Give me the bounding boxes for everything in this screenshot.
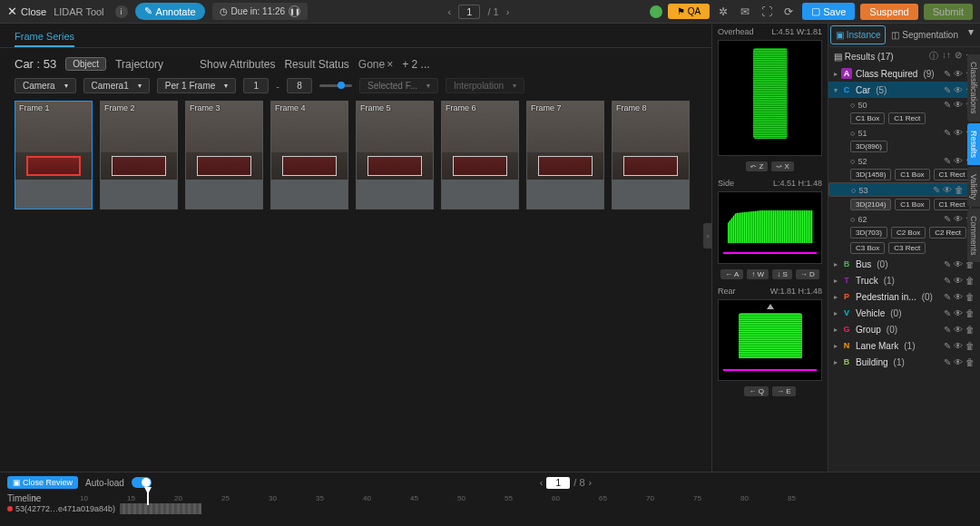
class-row-building[interactable]: ▸BBuilding(1)✎👁🗑 [828,354,980,370]
side-tab-validity[interactable]: Validity [967,167,980,207]
show-attributes-button[interactable]: Show Attributes [200,58,275,71]
instance-51[interactable]: ○ 51✎👁🗑 [828,126,980,139]
pager-current[interactable]: 1 [458,5,480,19]
key-z-button[interactable]: ⤺ Z [746,161,768,171]
edit-icon[interactable]: ✎ [944,357,951,367]
edit-icon[interactable]: ✎ [944,325,951,335]
info-icon[interactable]: i [115,5,128,18]
class-row-lane-mark[interactable]: ▸NLane Mark(1)✎👁🗑 [828,337,980,354]
eye-icon[interactable]: 👁 [954,128,963,138]
class-row-group[interactable]: ▸GGroup(0)✎👁🗑 [828,321,980,337]
tag-c1-rect[interactable]: C1 Rect [934,169,971,180]
tl-page-input[interactable] [546,477,570,489]
tag-c3-rect[interactable]: C3 Rect [888,242,926,254]
range-end-input[interactable]: 8 [287,78,312,93]
views-collapse-button[interactable]: › [703,223,712,248]
rear-view[interactable] [718,299,822,381]
delete-icon[interactable]: 🗑 [965,292,975,302]
eye-icon[interactable]: 👁 [954,69,963,79]
instance-62[interactable]: ○ 62✎👁🗑 [828,212,980,225]
expand-icon[interactable]: ▾ [834,86,838,94]
frame-thumb-7[interactable]: Frame 7 [526,101,604,209]
expand-icon[interactable]: ▸ [834,260,838,268]
tag-c1-box[interactable]: C1 Box [895,199,929,210]
delete-icon[interactable]: 🗑 [965,308,975,318]
tag-c1-box[interactable]: C1 Box [850,112,885,124]
instance-52[interactable]: ○ 52✎👁🗑 [828,154,980,167]
frame-thumb-1[interactable]: Frame 1 [15,101,93,209]
edit-icon[interactable]: ✎ [944,156,951,166]
per-frame-select[interactable]: Per 1 Frame [157,78,237,93]
filter-icon[interactable]: ▾ [962,24,980,40]
class-row-truck[interactable]: ▸TTruck(1)✎👁🗑 [828,272,980,288]
playhead[interactable] [147,492,149,505]
edit-icon[interactable]: ✎ [933,185,940,195]
class-row-car[interactable]: ▾CCar(5)✎👁🗑 [828,82,980,98]
close-button[interactable]: ✕ Close [7,5,46,18]
expand-icon[interactable]: ▸ [834,358,838,366]
submit-button[interactable]: Submit [924,4,973,20]
camera1-select[interactable]: Camera1 [83,78,150,93]
frame-thumb-2[interactable]: Frame 2 [100,101,178,209]
key-a-button[interactable]: ← A [720,269,743,279]
pause-icon[interactable]: ❚❚ [289,5,300,17]
edit-icon[interactable]: ✎ [944,85,951,95]
key-x-button[interactable]: ⤻ X [771,161,794,171]
edit-icon[interactable]: ✎ [944,128,951,138]
tag-3d-2104-[interactable]: 3D(2104) [850,199,891,210]
tab-instance[interactable]: ▣Instance [830,25,886,44]
track-bar[interactable] [120,503,201,514]
instance-53[interactable]: ○ 53✎👁🗑 [828,182,980,197]
frame-thumb-8[interactable]: Frame 8 [612,101,690,209]
tab-segmentation[interactable]: ◫Segmentation [887,24,962,46]
delete-icon[interactable]: 🗑 [965,341,975,351]
eye-icon[interactable]: 👁 [954,292,963,302]
tag-3d-703-[interactable]: 3D(703) [850,227,887,239]
interpolation-button[interactable]: Interpolation [446,78,524,93]
delete-icon[interactable]: 🗑 [965,325,975,335]
expand-icon[interactable]: ▸ [834,277,838,285]
frame-thumb-5[interactable]: Frame 5 [356,101,434,209]
eye-icon[interactable]: 👁 [954,214,963,224]
eye-icon[interactable]: 👁 [954,325,963,335]
tag-c2-box[interactable]: C2 Box [891,227,926,239]
pager-next-icon[interactable]: › [506,6,510,17]
class-row-bus[interactable]: ▸BBus(0)✎👁🗑 [828,256,980,272]
refresh-icon[interactable]: ⟳ [780,4,797,20]
side-tab-comments[interactable]: Comments [967,209,980,263]
tag-c1-rect[interactable]: C1 Rect [934,199,971,210]
fullscreen-icon[interactable]: ⛶ [759,4,775,20]
edit-icon[interactable]: ✎ [944,308,951,318]
frame-thumb-3[interactable]: Frame 3 [185,101,263,209]
eye-icon[interactable]: 👁 [954,85,963,95]
key-q-button[interactable]: ← Q [744,386,768,396]
eye-icon[interactable]: 👁 [954,276,963,286]
instance-50[interactable]: ○ 50✎👁🗑 [828,98,980,111]
tl-prev-icon[interactable]: ‹ [540,477,544,488]
side-tab-classifications[interactable]: Classifications [967,54,980,122]
camera-select[interactable]: Camera [15,78,76,93]
class-row-class-required[interactable]: ▸AClass Required(9)✎👁🗑 [828,65,980,82]
overhead-view[interactable] [718,40,822,156]
gone-chip[interactable]: Gone × [358,58,393,71]
selected-frame-select[interactable]: Selected F... [359,78,438,93]
slider-knob[interactable] [338,82,345,89]
frame-thumb-4[interactable]: Frame 4 [270,101,348,209]
more-chips[interactable]: + 2 ... [402,58,429,71]
tag-3d-896-[interactable]: 3D(896) [850,141,887,152]
range-start-input[interactable]: 1 [243,78,269,93]
delete-icon[interactable]: 🗑 [955,185,964,195]
edit-icon[interactable]: ✎ [944,100,951,110]
edit-icon[interactable]: ✎ [944,292,951,302]
tab-frame-series[interactable]: Frame Series [15,27,74,47]
pager-prev-icon[interactable]: ‹ [448,6,452,17]
expand-icon[interactable]: ▸ [834,326,838,334]
key-w-button[interactable]: ↑ W [747,269,769,279]
annotate-button[interactable]: ✎Annotate [135,3,205,20]
suspend-button[interactable]: Suspend [860,4,917,20]
results-info-icon[interactable]: ⓘ [929,50,938,63]
eye-icon[interactable]: 👁 [954,341,963,351]
edit-icon[interactable]: ✎ [944,214,951,224]
results-sort-icon[interactable]: ↓↑ [942,50,951,63]
edit-icon[interactable]: ✎ [944,259,951,269]
